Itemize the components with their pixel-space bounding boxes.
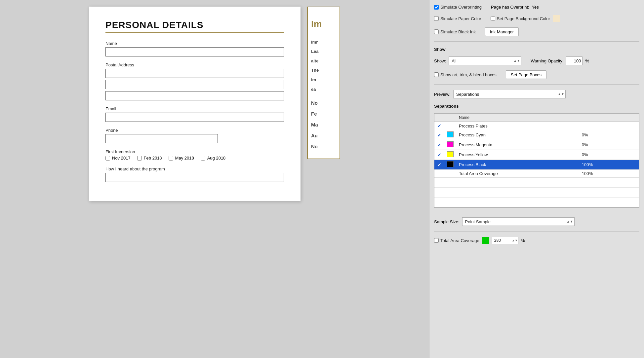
set-page-boxes-button[interactable]: Set Page Boxes (506, 70, 546, 79)
total-area-row: Total Area Coverage 280 ▲▼ % (434, 235, 639, 245)
simulate-black-ink-input[interactable] (434, 29, 439, 34)
total-area-label: Total Area Coverage (440, 238, 479, 243)
checkbox-may-2018[interactable]: May 2018 (169, 156, 194, 161)
sep-col-check (434, 114, 444, 122)
total-area-percent: % (521, 238, 525, 243)
table-row[interactable]: ✔ Process Plates (434, 122, 639, 130)
heard-input[interactable] (105, 173, 284, 182)
simulate-overprinting-input[interactable] (434, 5, 439, 10)
table-row[interactable]: ✔ Process Cyan 0% (434, 130, 639, 140)
postal-address-input-1[interactable] (105, 69, 284, 78)
page-bg-color-swatch[interactable] (553, 15, 560, 22)
simulate-paper-row: Simulate Paper Color Set Page Background… (434, 14, 639, 23)
sep-check-total-area[interactable] (434, 170, 444, 178)
sep-color-process-cyan (444, 130, 456, 140)
simulate-overprinting-checkbox[interactable]: Simulate Overprinting (434, 5, 482, 10)
simulate-black-ink-checkbox[interactable]: Simulate Black Ink (434, 29, 476, 34)
table-row-empty-3 (434, 197, 639, 207)
sep-check-process-black[interactable]: ✔ (434, 160, 444, 170)
sample-size-row: Sample Size: Point Sample ▲▼ (434, 216, 639, 227)
simulate-paper-color-input[interactable] (434, 16, 439, 21)
show-section-header: Show (434, 47, 639, 52)
side-line-3: Lea (311, 47, 336, 56)
preview-label: Preview: (434, 92, 451, 97)
show-select[interactable]: All (449, 56, 521, 65)
divider-4 (434, 231, 639, 232)
sep-check-process-magenta[interactable]: ✔ (434, 140, 444, 150)
checkbox-may-2018-label: May 2018 (175, 156, 194, 161)
checkbox-may-2018-input[interactable] (169, 156, 173, 161)
separations-table: Name ✔ Process Plates (434, 114, 639, 207)
set-page-bg-color-input[interactable] (491, 16, 495, 21)
checkbox-aug-2018-input[interactable] (201, 156, 205, 161)
checkbox-nov-2017-input[interactable] (105, 156, 110, 161)
settings-panel: Simulate Overprinting Page has Overprint… (429, 0, 644, 358)
sep-extra-process-magenta (624, 140, 639, 150)
email-label: Email (105, 106, 284, 111)
checkbox-feb-2018-label: Feb 2018 (144, 156, 162, 161)
separations-section-header: Separations (434, 104, 639, 109)
total-area-checkbox[interactable]: Total Area Coverage (434, 238, 479, 243)
email-field-group: Email (105, 106, 284, 122)
sep-check-process-yellow[interactable]: ✔ (434, 150, 444, 160)
warning-opacity-input[interactable] (566, 56, 583, 65)
table-row[interactable]: ✔ Process Black 100% (434, 160, 639, 170)
magenta-color-swatch (447, 141, 454, 147)
table-row[interactable]: ✔ Process Yellow 0% (434, 150, 639, 160)
total-area-value-select[interactable]: 280 (492, 237, 518, 244)
ink-manager-button[interactable]: Ink Manager (485, 27, 519, 36)
table-row[interactable]: ✔ Process Magenta 0% (434, 140, 639, 150)
name-input[interactable] (105, 47, 284, 56)
side-line-5: The (311, 66, 336, 75)
sep-color-process-plates (444, 122, 456, 130)
show-art-trim-label: Show art, trim, & bleed boxes (440, 72, 497, 77)
sample-size-label: Sample Size: (434, 219, 460, 224)
sep-extra-process-cyan (624, 130, 639, 140)
separations-container: Name ✔ Process Plates (434, 113, 639, 208)
first-immersion-checkboxes: Nov 2017 Feb 2018 May 2018 Aug 2018 (105, 156, 284, 161)
warning-opacity-label: Warning Opacity: (531, 58, 563, 63)
email-input[interactable] (105, 113, 284, 122)
show-select-wrapper: All ▲▼ (449, 56, 521, 65)
sample-size-select[interactable]: Point Sample (462, 217, 575, 226)
heard-label: How I heard about the program (105, 166, 284, 171)
checkbox-nov-2017-label: Nov 2017 (112, 156, 131, 161)
form-page: PERSONAL DETAILS Name Postal Address Ema… (89, 7, 301, 201)
checkbox-aug-2018[interactable]: Aug 2018 (201, 156, 226, 161)
side-document: Im Imr Lea alte The im ea No Fe Ma Au No (307, 7, 340, 159)
phone-label: Phone (105, 128, 284, 133)
table-row[interactable]: Total Area Coverage 100% (434, 170, 639, 178)
page-has-overprint-label: Page has Overprint: (491, 5, 529, 10)
preview-select[interactable]: Separations (453, 90, 566, 98)
sep-check-process-plates[interactable]: ✔ (434, 122, 444, 130)
simulate-black-ink-row: Simulate Black Ink Ink Manager (434, 26, 639, 37)
checkbox-feb-2018-input[interactable] (137, 156, 142, 161)
sep-value-process-plates (579, 122, 624, 130)
document-area: PERSONAL DETAILS Name Postal Address Ema… (0, 0, 429, 358)
set-page-bg-color-label: Set Page Background Color (497, 16, 550, 21)
sep-name-process-yellow: Process Yellow (456, 150, 579, 160)
simulate-paper-color-checkbox[interactable]: Simulate Paper Color (434, 16, 481, 21)
table-row-empty-1 (434, 178, 639, 188)
checkbox-nov-2017[interactable]: Nov 2017 (105, 156, 131, 161)
sep-col-extra (624, 114, 639, 122)
show-art-trim-input[interactable] (434, 72, 439, 77)
side-line-4: alte (311, 56, 336, 66)
phone-input[interactable] (105, 134, 218, 143)
checkbox-feb-2018[interactable]: Feb 2018 (137, 156, 162, 161)
sep-col-value (579, 114, 624, 122)
divider-2 (434, 84, 639, 85)
show-art-trim-checkbox[interactable]: Show art, trim, & bleed boxes (434, 72, 497, 77)
postal-address-input-3[interactable] (105, 91, 284, 100)
warning-opacity-percent: % (585, 58, 589, 63)
postal-address-input-2[interactable] (105, 80, 284, 89)
form-title: PERSONAL DETAILS (105, 20, 284, 30)
side-line-9: Fe (311, 108, 336, 119)
total-area-color-swatch[interactable] (482, 237, 489, 244)
sep-check-process-cyan[interactable]: ✔ (434, 130, 444, 140)
side-line-8: No (311, 97, 336, 108)
side-line-1: Im (311, 14, 336, 34)
total-area-input[interactable] (434, 238, 439, 243)
black-color-swatch (447, 161, 454, 167)
set-page-bg-color-checkbox[interactable]: Set Page Background Color (491, 16, 550, 21)
